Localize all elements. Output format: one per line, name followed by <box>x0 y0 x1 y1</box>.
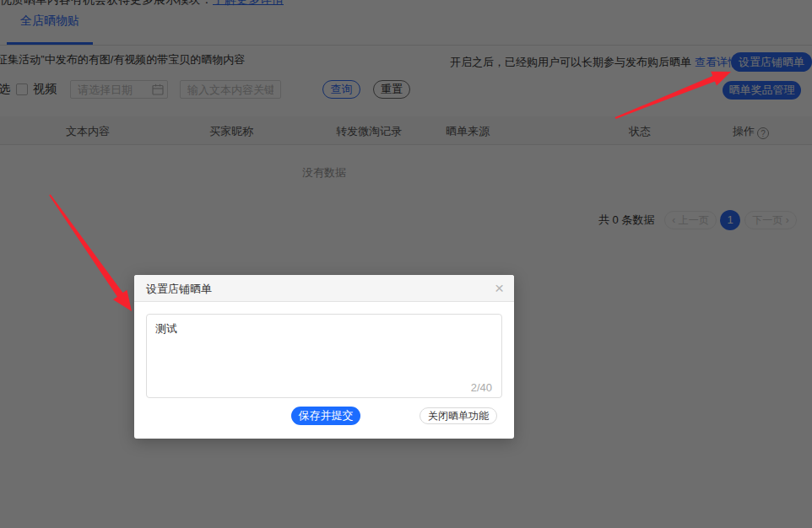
screenshot-root: 优质晒单内容有机会获得更多展示模块：了解更多详情 全店晒物贴 “征集活动”中发布… <box>0 0 812 528</box>
modal-mask-overlay[interactable] <box>0 0 812 528</box>
setup-store-share-modal: 设置店铺晒单 × 测试 2/40 保存并提交 关闭晒单功能 <box>134 275 514 439</box>
close-icon[interactable]: × <box>495 278 504 299</box>
save-and-submit-button[interactable]: 保存并提交 <box>291 407 360 425</box>
modal-title: 设置店铺晒单 <box>146 282 212 297</box>
char-counter: 2/40 <box>471 381 492 394</box>
disable-share-feature-button[interactable]: 关闭晒单功能 <box>420 407 497 424</box>
modal-header: 设置店铺晒单 × <box>134 275 514 302</box>
share-text-textarea[interactable]: 测试 <box>146 314 502 398</box>
